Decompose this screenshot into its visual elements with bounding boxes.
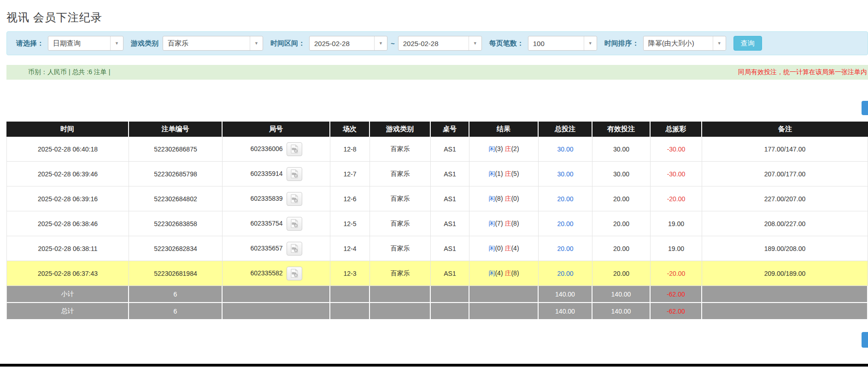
cell-footer-label: 总计 xyxy=(6,303,129,320)
cell-payout: -20.00 xyxy=(651,186,702,211)
cell-round-id: 602336006 xyxy=(223,137,330,162)
video-replay-button[interactable] xyxy=(287,192,302,206)
player-result-label: 闲 xyxy=(488,170,495,177)
date-from-select[interactable]: 2025-02-28 ▼ xyxy=(309,36,387,51)
player-result-label: 闲 xyxy=(488,195,495,202)
cell-payout: 19.00 xyxy=(651,236,702,261)
cell-valid-bet: 20.00 xyxy=(592,186,651,211)
cell-total-bet: 20.00 xyxy=(539,236,592,261)
time-sort-select[interactable]: 降幂(由大到小) ▼ xyxy=(643,36,726,51)
page-size-label: 每页笔数： xyxy=(489,39,524,48)
total-bet-link[interactable]: 20.00 xyxy=(557,220,573,227)
round-id-text: 602335582 xyxy=(250,269,282,276)
cell-footer-label: 小计 xyxy=(6,286,129,303)
betting-records-page: 视讯 会员下注纪录 请选择： 日期查询 ▼ 游戏类别 百家乐 ▼ 时间区间： 2… xyxy=(0,0,868,367)
cell-round-id xyxy=(223,303,330,320)
column-header: 时间 xyxy=(6,122,129,137)
cell-payout: -62.00 xyxy=(651,286,702,303)
payout-value: 19.00 xyxy=(668,220,684,227)
player-result-label: 闲 xyxy=(488,220,495,227)
chevron-down-icon: ▼ xyxy=(584,36,597,50)
cell-remark: 209.00/189.00 xyxy=(702,261,868,286)
banker-result-label: 庄 xyxy=(504,220,511,227)
game-type-value: 百家乐 xyxy=(163,36,250,50)
cell-total-bet: 140.00 xyxy=(539,286,592,303)
grand-total-row: 总计6140.00140.00-62.00 xyxy=(6,303,868,320)
cell-result: 闲(4) 庄(8) xyxy=(469,261,539,286)
clipped-button-bottom[interactable] xyxy=(862,332,868,348)
cell-session xyxy=(330,286,370,303)
cell-session: 12-4 xyxy=(330,236,370,261)
total-bet-link[interactable]: 20.00 xyxy=(557,195,573,203)
page-size-value: 100 xyxy=(528,36,584,50)
game-type-select[interactable]: 百家乐 ▼ xyxy=(163,36,263,51)
video-replay-button[interactable] xyxy=(287,217,302,231)
cell-round-id: 602335657 xyxy=(223,236,330,261)
chevron-down-icon: ▼ xyxy=(250,36,263,50)
valid-bet-notice: 同局有效投注，统一计算在该局第一张注单内 xyxy=(738,65,867,80)
cell-round-id: 602335839 xyxy=(223,186,330,211)
cell-game-type: 百家乐 xyxy=(370,137,431,162)
cell-valid-bet: 20.00 xyxy=(592,211,651,236)
video-replay-button[interactable] xyxy=(287,167,302,181)
video-replay-icon xyxy=(290,219,299,228)
total-bet-link[interactable]: 20.00 xyxy=(557,245,573,252)
cell-session: 12-6 xyxy=(330,186,370,211)
player-result-label: 闲 xyxy=(488,245,495,252)
cell-remark: 189.00/208.00 xyxy=(702,236,868,261)
cell-table-no: AS1 xyxy=(431,162,469,186)
cell-table-no xyxy=(431,303,469,320)
bottom-edge-bar xyxy=(0,364,868,367)
payout-value: -20.00 xyxy=(667,270,686,277)
cell-game-type: 百家乐 xyxy=(370,186,431,211)
banker-result-label: 庄 xyxy=(504,145,511,152)
search-button[interactable]: 查询 xyxy=(733,36,762,51)
cell-game-type: 百家乐 xyxy=(370,211,431,236)
total-bet-link[interactable]: 30.00 xyxy=(557,170,573,178)
cell-footer-count: 6 xyxy=(129,303,223,320)
cell-remark: 227.00/207.00 xyxy=(702,186,868,211)
cell-session: 12-3 xyxy=(330,261,370,286)
cell-payout: 19.00 xyxy=(651,211,702,236)
player-result-label: 闲 xyxy=(488,269,495,277)
time-sort-label: 时间排序： xyxy=(604,39,639,48)
cell-remark: 177.00/147.00 xyxy=(702,137,868,162)
clipped-button-top[interactable] xyxy=(862,101,868,115)
cell-payout: -20.00 xyxy=(651,261,702,286)
total-bet-link[interactable]: 30.00 xyxy=(557,146,573,153)
round-id-text: 602335754 xyxy=(250,219,282,227)
total-bet-link[interactable]: 20.00 xyxy=(557,270,573,277)
cell-bet-id: 522302683858 xyxy=(129,211,223,236)
payout-value: -62.00 xyxy=(667,291,685,298)
column-header: 注单编号 xyxy=(129,122,223,137)
page-title: 视讯 会员下注纪录 xyxy=(6,10,102,25)
payout-value: -20.00 xyxy=(667,195,686,203)
date-to-select[interactable]: 2025-02-28 ▼ xyxy=(398,36,482,51)
query-mode-select[interactable]: 日期查询 ▼ xyxy=(48,36,123,51)
cell-bet-id: 522302681984 xyxy=(129,261,223,286)
cell-table-no xyxy=(431,286,469,303)
cell-total-bet: 20.00 xyxy=(539,186,592,211)
cell-valid-bet: 140.00 xyxy=(592,286,651,303)
summary-bar: 币别：人民币 | 总共 :6 注单 | 同局有效投注，统一计算在该局第一张注单内 xyxy=(6,65,868,80)
video-replay-icon xyxy=(290,244,299,253)
round-id-text: 602335657 xyxy=(250,244,282,251)
cell-round-id: 602335582 xyxy=(223,261,330,286)
cell-total-bet: 30.00 xyxy=(539,162,592,186)
banker-result-label: 庄 xyxy=(504,170,511,177)
filter-bar: 请选择： 日期查询 ▼ 游戏类别 百家乐 ▼ 时间区间： 2025-02-28 … xyxy=(6,31,868,55)
column-header: 有效投注 xyxy=(592,122,651,137)
column-header: 总派彩 xyxy=(651,122,702,137)
game-type-label: 游戏类别 xyxy=(131,39,158,48)
video-replay-icon xyxy=(290,169,299,178)
video-replay-button[interactable] xyxy=(287,142,302,156)
page-size-select[interactable]: 100 ▼ xyxy=(528,36,597,51)
cell-bet-id: 522302686875 xyxy=(129,137,223,162)
cell-table-no: AS1 xyxy=(431,236,469,261)
video-replay-button[interactable] xyxy=(287,267,302,280)
cell-payout: -30.00 xyxy=(651,162,702,186)
cell-remark xyxy=(702,286,868,303)
cell-time: 2025-02-28 06:37:43 xyxy=(6,261,129,286)
video-replay-button[interactable] xyxy=(287,242,302,256)
cell-total-bet: 20.00 xyxy=(539,261,592,286)
